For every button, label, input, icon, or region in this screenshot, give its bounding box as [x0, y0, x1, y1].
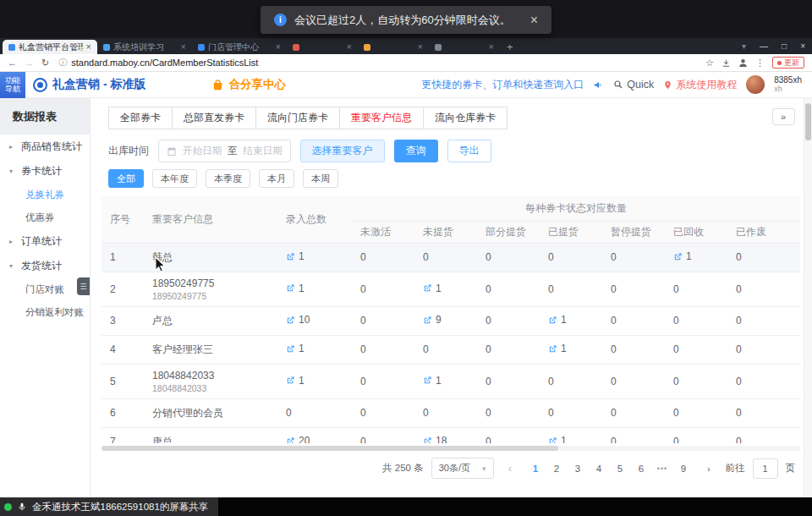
maximize-icon[interactable]: □: [782, 41, 787, 51]
card-count-link[interactable]: 1: [286, 283, 304, 294]
browser-tab[interactable]: ×: [358, 40, 429, 54]
card-count-link[interactable]: 1: [423, 375, 442, 387]
avatar[interactable]: [746, 75, 765, 94]
card-count-link[interactable]: 1: [286, 343, 304, 354]
count-value: 0: [360, 283, 366, 295]
close-window-icon[interactable]: ×: [800, 41, 805, 51]
card-count-link[interactable]: 1: [673, 250, 692, 262]
browser-tab[interactable]: 系统培训学习×: [97, 40, 192, 54]
quick-filter-button[interactable]: 全部: [108, 169, 144, 188]
tab-close-icon[interactable]: ×: [276, 42, 281, 52]
content-tab[interactable]: 总部直发券卡: [173, 107, 256, 129]
card-count-link[interactable]: 1: [423, 283, 442, 294]
card-count-link[interactable]: 18: [423, 435, 447, 443]
scrollbar-thumb[interactable]: [102, 446, 558, 451]
content-tab[interactable]: 全部券卡: [108, 107, 173, 129]
collapse-tabs-button[interactable]: »: [772, 108, 795, 125]
page-number[interactable]: 9: [675, 459, 693, 478]
card-count-link[interactable]: 10: [286, 314, 310, 326]
sidebar-item[interactable]: ▾券卡统计: [0, 159, 90, 184]
sidebar-item[interactable]: ▸订单统计: [0, 229, 90, 254]
content-tab[interactable]: 流向仓库券卡: [424, 107, 508, 129]
browser-tab[interactable]: ×: [429, 40, 500, 54]
quick-filter-button[interactable]: 本周: [303, 169, 338, 188]
username[interactable]: 8385xh xh: [774, 75, 802, 94]
page-list: 123456•••9: [527, 459, 693, 478]
export-button[interactable]: 导出: [447, 140, 491, 162]
goto-page-input[interactable]: [753, 458, 778, 479]
quick-search[interactable]: Quick: [613, 79, 654, 91]
horizontal-scrollbar[interactable]: [102, 446, 800, 451]
quick-filter-list: 全部本年度本季度本月本周: [108, 169, 804, 188]
card-count-link[interactable]: 1: [548, 435, 567, 443]
minimize-icon[interactable]: —: [760, 41, 768, 51]
page-number[interactable]: 5: [612, 459, 629, 478]
refresh-icon[interactable]: ↻: [41, 58, 49, 68]
tab-close-icon[interactable]: ×: [86, 42, 91, 52]
next-page-icon[interactable]: ›: [700, 459, 718, 478]
tab-close-icon[interactable]: ×: [181, 42, 186, 52]
sidebar-item[interactable]: ▾发货统计: [0, 254, 90, 278]
sidebar-item-label: 订单统计: [21, 234, 62, 249]
page-number[interactable]: 1: [527, 459, 545, 478]
browser-tab[interactable]: 礼盒营销平台管理中心×: [3, 40, 97, 54]
nav-toggle-line2: 导航: [5, 85, 20, 93]
page-number[interactable]: 3: [569, 459, 587, 478]
quick-filter-button[interactable]: 本月: [259, 169, 294, 188]
page-number[interactable]: 2: [548, 459, 566, 478]
card-count-link[interactable]: 20: [286, 435, 310, 443]
goto-label: 前往: [726, 462, 745, 475]
profile-icon[interactable]: [738, 58, 748, 68]
browser-more-icon[interactable]: ⋮: [755, 58, 765, 69]
content-tab[interactable]: 流向门店券卡: [256, 107, 340, 129]
card-count-link[interactable]: 1: [548, 314, 567, 326]
tutorial-link[interactable]: 系统使用教程: [663, 78, 737, 92]
tab-close-icon[interactable]: ×: [418, 42, 423, 52]
page-number[interactable]: 4: [590, 459, 608, 478]
count-value: 0: [360, 436, 366, 443]
select-customer-button[interactable]: 选择重要客户: [300, 140, 385, 162]
share-center-link[interactable]: 合分享中心: [211, 77, 286, 92]
tab-close-icon[interactable]: ×: [347, 42, 352, 52]
quick-entry-tip[interactable]: 更快捷的券卡、订单和快递查询入口: [421, 78, 584, 92]
download-icon[interactable]: [721, 58, 731, 68]
sidebar-item[interactable]: ▸商品销售统计: [0, 134, 90, 159]
browser-update-button[interactable]: 更新: [772, 57, 804, 69]
sidebar-subitem[interactable]: 兑换礼券: [0, 184, 90, 206]
page-size-select[interactable]: 30条/页 ▾: [431, 458, 494, 479]
toast-close-icon[interactable]: ×: [530, 13, 538, 28]
function-nav-toggle[interactable]: 功能 导航: [0, 72, 25, 98]
bookmark-star-icon[interactable]: ☆: [705, 58, 714, 69]
customer-phone: 18048842033: [152, 383, 269, 393]
content-tab[interactable]: 重要客户信息: [340, 107, 424, 129]
quick-filter-button[interactable]: 本季度: [206, 169, 250, 188]
sidebar-subitem[interactable]: 优惠券: [0, 206, 90, 229]
count-text: 1: [436, 283, 442, 294]
vertical-scrollbar[interactable]: [804, 98, 812, 497]
prev-page-icon[interactable]: ‹: [502, 459, 519, 478]
count-value: 0: [673, 343, 679, 355]
card-count-link[interactable]: 1: [548, 343, 567, 354]
browser-tab[interactable]: ×: [287, 40, 358, 54]
sidebar-subitem[interactable]: 分销返利对账: [0, 301, 90, 324]
card-count-link[interactable]: 9: [423, 314, 442, 326]
page-number[interactable]: 6: [633, 459, 650, 478]
quick-filter-button[interactable]: 本年度: [152, 169, 197, 188]
back-icon[interactable]: ←: [8, 58, 17, 68]
date-end-placeholder: 结束日期: [244, 145, 283, 157]
browser-menu-icon[interactable]: ▾: [742, 41, 746, 51]
card-count-link[interactable]: 1: [286, 250, 304, 262]
address-bar[interactable]: ⓘ standard.maboy.cn/CardMemberStatistics…: [58, 57, 698, 69]
date-range-picker[interactable]: 开始日期 至 结束日期: [158, 140, 291, 162]
search-button[interactable]: 查询: [394, 140, 438, 162]
new-tab-button[interactable]: +: [507, 41, 513, 53]
scrollbar-thumb[interactable]: [805, 103, 811, 140]
count-value: 0: [611, 283, 617, 295]
card-count-link[interactable]: 1: [286, 375, 304, 387]
forward-icon[interactable]: →: [25, 58, 34, 68]
sidebar-drag-handle[interactable]: ☰: [77, 277, 90, 295]
tab-close-icon[interactable]: ×: [489, 42, 494, 52]
browser-tab[interactable]: 门店管理中心×: [192, 40, 287, 54]
count-text: 1: [561, 343, 567, 354]
page-info-icon[interactable]: ⓘ: [58, 57, 67, 69]
